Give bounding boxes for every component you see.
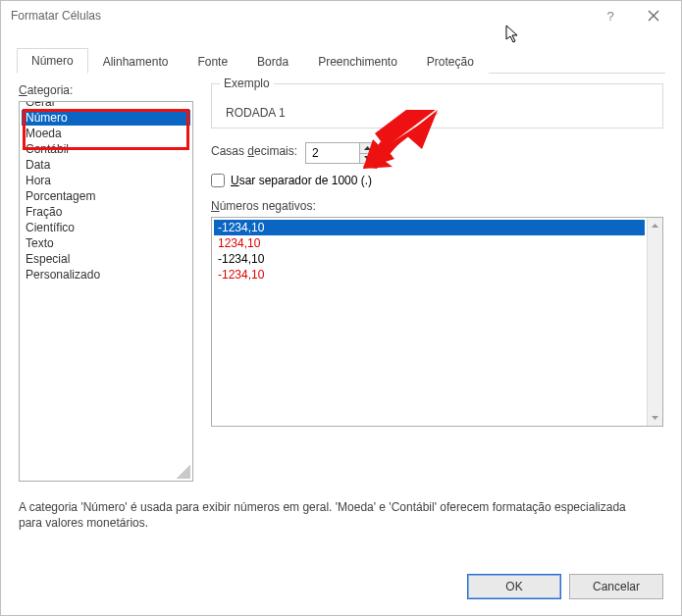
dialog-button-row: OK Cancelar — [1, 560, 681, 615]
decimals-spinner[interactable] — [305, 142, 376, 164]
category-label: Categoria: — [19, 83, 193, 97]
scroll-down-icon — [648, 410, 662, 426]
tab-fonte[interactable]: Fonte — [183, 48, 242, 74]
tab-strip: NúmeroAlinhamentoFonteBordaPreenchimento… — [17, 48, 665, 74]
negative-format-item[interactable]: -1234,10 — [214, 220, 645, 235]
category-list[interactable]: GeralNúmeroMoedaContábilDataHoraPorcenta… — [19, 101, 193, 482]
chevron-up-icon — [364, 146, 371, 150]
category-item[interactable]: Fração — [22, 204, 190, 220]
thousands-separator-label: Usar separador de 1000 (.) — [231, 174, 372, 187]
negatives-label: Números negativos: — [211, 199, 663, 213]
category-item[interactable]: Especial — [22, 251, 190, 267]
negatives-scrollbar[interactable] — [647, 218, 662, 426]
category-item[interactable]: Científico — [22, 220, 190, 235]
titlebar: Formatar Células ? — [1, 1, 681, 30]
decimals-up-button[interactable] — [360, 143, 375, 154]
tab-content-number: Categoria: GeralNúmeroMoedaContábilDataH… — [1, 74, 681, 560]
decimals-down-button[interactable] — [360, 154, 375, 164]
window-title: Formatar Células — [11, 9, 591, 23]
tab-proteção[interactable]: Proteção — [412, 48, 489, 74]
tab-número[interactable]: Número — [17, 48, 88, 74]
help-button[interactable]: ? — [591, 2, 630, 29]
scroll-up-icon — [648, 218, 662, 233]
category-item[interactable]: Moeda — [22, 126, 190, 141]
example-value: RODADA 1 — [222, 106, 653, 120]
decimals-label: Casas decimais: — [211, 144, 297, 158]
thousands-separator-checkbox[interactable] — [211, 174, 225, 187]
close-button[interactable] — [634, 2, 673, 29]
tab-preenchimento[interactable]: Preenchimento — [303, 48, 412, 74]
negative-format-item[interactable]: 1234,10 — [214, 235, 645, 251]
negative-format-item[interactable]: -1234,10 — [214, 267, 645, 282]
category-item[interactable]: Personalizado — [22, 267, 190, 282]
ok-button[interactable]: OK — [467, 574, 561, 599]
category-item[interactable]: Texto — [22, 235, 190, 251]
cancel-button[interactable]: Cancelar — [569, 574, 663, 599]
category-item[interactable]: Porcentagem — [22, 188, 190, 204]
category-description: A categoria 'Número' é usada para exibir… — [19, 499, 647, 531]
negative-format-item[interactable]: -1234,10 — [214, 251, 645, 267]
format-cells-dialog: Formatar Células ? NúmeroAlinhamentoFont… — [0, 0, 682, 616]
tab-borda[interactable]: Borda — [242, 48, 303, 74]
category-item[interactable]: Geral — [22, 101, 190, 110]
example-group: Exemplo RODADA 1 — [211, 83, 663, 128]
decimals-input[interactable] — [306, 143, 359, 163]
category-item[interactable]: Contábil — [22, 141, 190, 157]
category-item[interactable]: Data — [22, 157, 190, 173]
category-item[interactable]: Hora — [22, 173, 190, 188]
negatives-list[interactable]: -1234,101234,10-1234,10-1234,10 — [211, 217, 663, 427]
tab-alinhamento[interactable]: Alinhamento — [88, 48, 184, 74]
chevron-down-icon — [364, 156, 371, 160]
close-icon — [648, 10, 659, 22]
example-legend: Exemplo — [220, 77, 274, 90]
category-item[interactable]: Número — [22, 110, 190, 126]
